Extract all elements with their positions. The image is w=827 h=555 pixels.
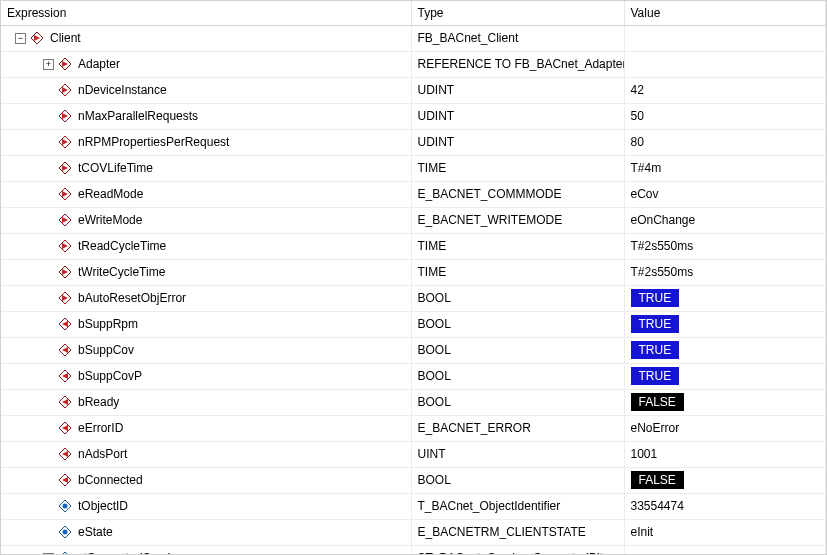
table-row[interactable]: nRPMPropertiesPerRequestUDINT80 bbox=[1, 129, 826, 155]
variable-name: eState bbox=[76, 525, 113, 539]
expression-cell[interactable]: bAutoResetObjError bbox=[1, 285, 411, 311]
var-in-icon bbox=[58, 265, 72, 279]
value-cell[interactable]: 50 bbox=[624, 103, 826, 129]
type-cell: BOOL bbox=[411, 467, 624, 493]
var-out-icon bbox=[58, 343, 72, 357]
value-cell[interactable] bbox=[624, 545, 826, 555]
value-cell[interactable] bbox=[624, 25, 826, 51]
expand-icon[interactable]: + bbox=[43, 59, 54, 70]
table-row[interactable]: nDeviceInstanceUDINT42 bbox=[1, 77, 826, 103]
value-cell[interactable]: FALSE bbox=[624, 389, 826, 415]
table-row[interactable]: tObjectIDT_BACnet_ObjectIdentifier335544… bbox=[1, 493, 826, 519]
value-cell[interactable]: T#2s550ms bbox=[624, 233, 826, 259]
expression-cell[interactable]: nRPMPropertiesPerRequest bbox=[1, 129, 411, 155]
value-cell[interactable]: eCov bbox=[624, 181, 826, 207]
table-row[interactable]: bAutoResetObjErrorBOOLTRUE bbox=[1, 285, 826, 311]
expression-cell[interactable]: tWriteCycleTime bbox=[1, 259, 411, 285]
table-row[interactable]: nAdsPortUINT1001 bbox=[1, 441, 826, 467]
type-cell: TIME bbox=[411, 155, 624, 181]
table-row[interactable]: eReadModeE_BACNET_COMMMODEeCov bbox=[1, 181, 826, 207]
expression-cell[interactable]: eState bbox=[1, 519, 411, 545]
table-row[interactable]: bConnectedBOOLFALSE bbox=[1, 467, 826, 493]
expression-cell[interactable]: −Client bbox=[1, 25, 411, 51]
collapse-icon[interactable]: − bbox=[15, 33, 26, 44]
type-cell: T_BACnet_ObjectIdentifier bbox=[411, 493, 624, 519]
expression-cell[interactable]: eWriteMode bbox=[1, 207, 411, 233]
table-row[interactable]: eWriteModeE_BACNET_WRITEMODEeOnChange bbox=[1, 207, 826, 233]
value-cell[interactable]: 42 bbox=[624, 77, 826, 103]
expression-cell[interactable]: tCOVLifeTime bbox=[1, 155, 411, 181]
value-cell[interactable]: TRUE bbox=[624, 337, 826, 363]
variable-name: bReady bbox=[76, 395, 119, 409]
type-cell: TIME bbox=[411, 259, 624, 285]
expression-cell[interactable]: nMaxParallelRequests bbox=[1, 103, 411, 129]
type-cell: BOOL bbox=[411, 363, 624, 389]
variable-name: tCOVLifeTime bbox=[76, 161, 153, 175]
expression-cell[interactable]: bConnected bbox=[1, 467, 411, 493]
variable-name: nAdsPort bbox=[76, 447, 127, 461]
expression-cell[interactable]: tReadCycleTime bbox=[1, 233, 411, 259]
table-row[interactable]: eStateE_BACNETRM_CLIENTSTATEeInit bbox=[1, 519, 826, 545]
expression-cell[interactable]: nDeviceInstance bbox=[1, 77, 411, 103]
value-cell[interactable]: eOnChange bbox=[624, 207, 826, 233]
var-out-icon bbox=[58, 421, 72, 435]
value-cell[interactable]: 33554474 bbox=[624, 493, 826, 519]
col-value[interactable]: Value bbox=[624, 1, 826, 25]
var-in-icon bbox=[58, 291, 72, 305]
variable-name: tReadCycleTime bbox=[76, 239, 166, 253]
type-cell: FB_BACnet_Client bbox=[411, 25, 624, 51]
var-out-icon bbox=[58, 447, 72, 461]
expression-cell[interactable]: eErrorID bbox=[1, 415, 411, 441]
expression-cell[interactable]: tObjectID bbox=[1, 493, 411, 519]
var-out-icon bbox=[58, 473, 72, 487]
expression-cell[interactable]: bSuppRpm bbox=[1, 311, 411, 337]
table-row[interactable]: bSuppRpmBOOLTRUE bbox=[1, 311, 826, 337]
col-expression[interactable]: Expression bbox=[1, 1, 411, 25]
value-cell[interactable]: T#2s550ms bbox=[624, 259, 826, 285]
table-row[interactable]: +AdapterREFERENCE TO FB_BACnet_Adapter bbox=[1, 51, 826, 77]
table-row[interactable]: tWriteCycleTimeTIMET#2s550ms bbox=[1, 259, 826, 285]
value-cell[interactable]: TRUE bbox=[624, 285, 826, 311]
table-row[interactable]: tCOVLifeTimeTIMET#4m bbox=[1, 155, 826, 181]
var-in-icon bbox=[58, 109, 72, 123]
var-in-icon bbox=[58, 57, 72, 71]
var-out-icon bbox=[58, 369, 72, 383]
table-row[interactable]: bSuppCovPBOOLTRUE bbox=[1, 363, 826, 389]
var-in-icon bbox=[58, 83, 72, 97]
value-cell[interactable]: eNoError bbox=[624, 415, 826, 441]
expression-cell[interactable]: +stSupportedServices bbox=[1, 545, 411, 555]
value-cell[interactable]: TRUE bbox=[624, 311, 826, 337]
bool-false-badge: FALSE bbox=[631, 471, 684, 489]
value-cell[interactable]: 80 bbox=[624, 129, 826, 155]
expression-cell[interactable]: bSuppCov bbox=[1, 337, 411, 363]
expression-cell[interactable]: bSuppCovP bbox=[1, 363, 411, 389]
expression-cell[interactable]: nAdsPort bbox=[1, 441, 411, 467]
var-int-icon bbox=[58, 499, 72, 513]
col-type[interactable]: Type bbox=[411, 1, 624, 25]
value-cell[interactable]: TRUE bbox=[624, 363, 826, 389]
variable-name: bSuppCov bbox=[76, 343, 134, 357]
table-row[interactable]: bReadyBOOLFALSE bbox=[1, 389, 826, 415]
table-row[interactable]: nMaxParallelRequestsUDINT50 bbox=[1, 103, 826, 129]
value-cell[interactable]: T#4m bbox=[624, 155, 826, 181]
type-cell: E_BACNET_COMMMODE bbox=[411, 181, 624, 207]
var-in-icon bbox=[58, 213, 72, 227]
variable-name: eReadMode bbox=[76, 187, 143, 201]
svg-point-37 bbox=[63, 504, 68, 509]
table-row[interactable]: bSuppCovBOOLTRUE bbox=[1, 337, 826, 363]
variable-name: nRPMPropertiesPerRequest bbox=[76, 135, 229, 149]
variable-name: Client bbox=[48, 31, 81, 45]
variable-name: tObjectID bbox=[76, 499, 128, 513]
table-row[interactable]: eErrorIDE_BACNET_ERROReNoError bbox=[1, 415, 826, 441]
expression-cell[interactable]: +Adapter bbox=[1, 51, 411, 77]
value-cell[interactable] bbox=[624, 51, 826, 77]
table-row[interactable]: +stSupportedServicesST_BACnet_ServicesSu… bbox=[1, 545, 826, 555]
table-row[interactable]: −ClientFB_BACnet_Client bbox=[1, 25, 826, 51]
value-cell[interactable]: eInit bbox=[624, 519, 826, 545]
expression-cell[interactable]: bReady bbox=[1, 389, 411, 415]
type-cell: E_BACNETRM_CLIENTSTATE bbox=[411, 519, 624, 545]
table-row[interactable]: tReadCycleTimeTIMET#2s550ms bbox=[1, 233, 826, 259]
value-cell[interactable]: 1001 bbox=[624, 441, 826, 467]
expression-cell[interactable]: eReadMode bbox=[1, 181, 411, 207]
value-cell[interactable]: FALSE bbox=[624, 467, 826, 493]
